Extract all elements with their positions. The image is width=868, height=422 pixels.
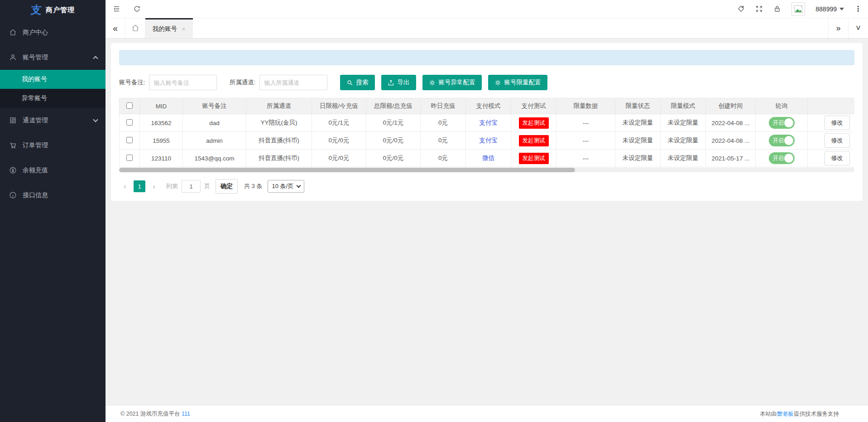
cell-daily-limit: 0元/1元 — [312, 114, 366, 132]
col-header-daily-limit: 日限额/今充值 — [312, 98, 366, 114]
cell-remark: dad — [183, 114, 246, 132]
page-size-select[interactable]: 10 条/页 — [268, 180, 304, 193]
row-checkbox[interactable] — [126, 119, 133, 126]
close-icon[interactable]: × — [182, 25, 186, 33]
support-link[interactable]: 蟹老板 — [777, 411, 794, 417]
lock-icon[interactable] — [773, 5, 781, 13]
app-title: 商户管理 — [46, 6, 75, 15]
poll-toggle[interactable]: 开启 — [769, 135, 795, 146]
search-icon — [346, 79, 353, 86]
cell-created: 2022-04-08 ... — [706, 132, 756, 150]
row-checkbox[interactable] — [126, 155, 133, 161]
page-jump-input[interactable] — [182, 180, 201, 193]
page-size-value: 10 条/页 — [272, 182, 293, 190]
home-icon — [131, 24, 139, 32]
support-prefix: 本站由 — [760, 411, 777, 417]
menu-fold-icon[interactable] — [113, 5, 120, 13]
sidebar-item-api-info[interactable]: 接口信息 — [0, 183, 106, 208]
row-checkbox[interactable] — [126, 137, 133, 143]
pay-mode-link[interactable]: 支付宝 — [479, 119, 498, 126]
refresh-icon[interactable] — [133, 5, 141, 13]
chevron-down-icon — [93, 117, 98, 122]
tag-icon[interactable] — [737, 5, 745, 13]
avatar[interactable] — [791, 2, 805, 16]
remark-label: 账号备注: — [119, 78, 145, 87]
topbar-left — [106, 5, 141, 13]
sidebar-menu: 商户中心 账号管理 我的账号 异常账号 通道管理 — [0, 20, 106, 422]
page-unit-label: 页 — [204, 182, 210, 190]
col-header-remark: 账号备注 — [183, 98, 246, 114]
export-icon — [388, 79, 394, 86]
prev-page-button[interactable]: ‹ — [119, 180, 131, 192]
toggle-knob — [784, 136, 793, 145]
account-abnormal-config-button[interactable]: 账号异常配置 — [422, 75, 482, 90]
notice-banner — [119, 50, 854, 65]
pay-test-button[interactable]: 发起测试 — [519, 153, 549, 164]
tabs-more-button[interactable]: » — [828, 18, 848, 38]
account-limit-config-button[interactable]: 账号限量配置 — [488, 75, 547, 90]
chevron-up-icon — [93, 56, 98, 61]
content-card: 账号备注: 所属通道: 搜索 导出 — [111, 43, 863, 201]
modify-button[interactable]: 修改 — [825, 116, 850, 130]
table-header-row: MID 账号备注 所属通道 日限额/今充值 总限额/总充值 昨日充值 支付模式 … — [120, 98, 855, 114]
pay-test-button[interactable]: 发起测试 — [519, 135, 549, 146]
info-circle-icon — [9, 191, 17, 199]
select-all-checkbox[interactable] — [126, 102, 133, 109]
main-content: 账号备注: 所属通道: 搜索 导出 — [106, 39, 868, 406]
copyright-text: © 2021 游戏币充值平台 — [120, 411, 180, 417]
tab-my-accounts[interactable]: 我的账号 × — [145, 18, 193, 38]
col-header-limit-data: 限量数据 — [556, 98, 615, 114]
cell-yesterday: 0元 — [421, 132, 466, 150]
sidebar-item-order-mgmt[interactable]: 订单管理 — [0, 133, 106, 158]
export-button[interactable]: 导出 — [381, 75, 416, 90]
modify-button[interactable]: 修改 — [825, 133, 850, 148]
pay-test-button[interactable]: 发起测试 — [519, 117, 549, 129]
gear-icon — [494, 79, 501, 86]
app-window: 支 商户管理 商户中心 账号管理 我的账号 异常账号 — [0, 0, 868, 422]
footer-right: 本站由蟹老板提供技术服务支持 — [760, 410, 839, 418]
top-header: 888999 ⋮ — [106, 0, 868, 18]
main-column: 888999 ⋮ « 我的账号 × » ˅ — [106, 0, 868, 422]
tabs-scroll-left-button[interactable]: « — [106, 18, 125, 38]
poll-toggle[interactable]: 开启 — [769, 152, 795, 164]
sidebar-item-channel-mgmt[interactable]: 通道管理 — [0, 108, 106, 133]
scrollbar-thumb[interactable] — [119, 168, 575, 172]
cell-remark: 1543@qq.com — [183, 150, 246, 167]
sidebar-item-balance-recharge[interactable]: 余额充值 — [0, 158, 106, 183]
sidebar-item-abnormal-accounts[interactable]: 异常账号 — [0, 89, 106, 108]
abnormal-config-label: 账号异常配置 — [439, 78, 475, 87]
horizontal-scrollbar[interactable] — [119, 168, 854, 172]
user-menu[interactable]: 888999 — [815, 5, 844, 13]
pay-mode-link[interactable]: 支付宝 — [479, 137, 498, 144]
cell-yesterday: 0元 — [421, 150, 466, 167]
topbar-right: 888999 ⋮ — [737, 2, 868, 16]
confirm-button[interactable]: 确定 — [216, 179, 238, 194]
sidebar-item-label: 我的账号 — [22, 75, 47, 83]
tabs-dropdown-button[interactable]: ˅ — [848, 18, 868, 38]
modify-button[interactable]: 修改 — [825, 151, 850, 165]
accounts-table: MID 账号备注 所属通道 日限额/今充值 总限额/总充值 昨日充值 支付模式 … — [119, 98, 854, 167]
copyright-link[interactable]: 111 — [182, 411, 190, 417]
toggle-knob — [784, 154, 793, 163]
sidebar-item-my-accounts[interactable]: 我的账号 — [0, 70, 106, 89]
fullscreen-icon[interactable] — [755, 5, 763, 13]
cell-channel: 抖音直播(抖币) — [246, 132, 312, 150]
poll-toggle[interactable]: 开启 — [769, 117, 795, 129]
tab-home[interactable] — [125, 18, 145, 38]
channel-input[interactable] — [259, 75, 327, 90]
tab-label: 我的账号 — [153, 25, 177, 33]
cart-icon — [9, 141, 17, 149]
sidebar-item-merchant-center[interactable]: 商户中心 — [0, 20, 106, 45]
cell-limit-data: --- — [556, 132, 615, 150]
cell-limit-mode: 未设定限量 — [661, 132, 706, 150]
cell-channel: YY陪玩(金贝) — [246, 114, 312, 132]
pay-mode-link[interactable]: 微信 — [482, 155, 494, 161]
sidebar-item-account-mgmt[interactable]: 账号管理 — [0, 45, 106, 70]
caret-down-icon — [839, 8, 844, 10]
search-button[interactable]: 搜索 — [340, 75, 375, 90]
next-page-button[interactable]: › — [148, 180, 160, 192]
cell-daily-limit: 0元/0元 — [312, 150, 366, 167]
remark-input[interactable] — [149, 75, 217, 90]
kebab-menu-icon[interactable]: ⋮ — [854, 5, 862, 13]
page-number-button[interactable]: 1 — [134, 180, 145, 192]
